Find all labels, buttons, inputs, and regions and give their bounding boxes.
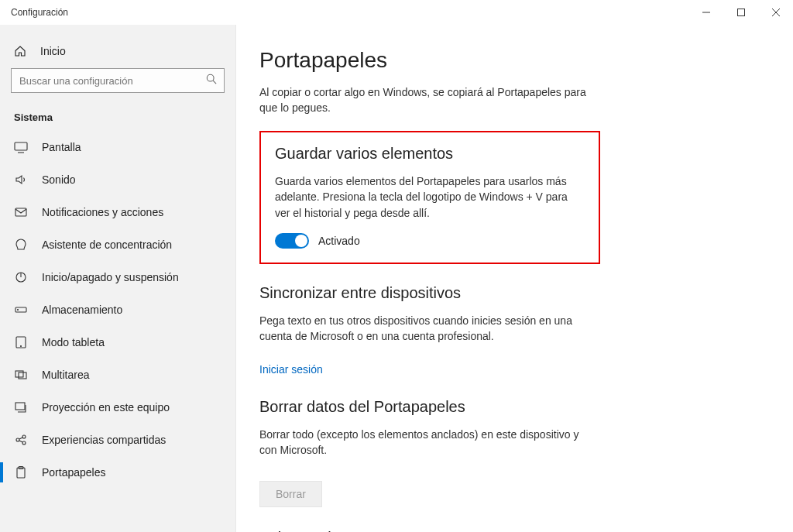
clear-desc: Borrar todo (excepto los elementos ancla… (259, 427, 585, 458)
clipboard-icon (14, 465, 28, 479)
search-icon (206, 74, 217, 88)
display-icon (14, 140, 28, 154)
sidebar-item-label: Proyección en este equipo (42, 401, 170, 414)
svg-rect-6 (15, 142, 27, 150)
svg-rect-8 (15, 208, 26, 216)
sync-title: Sincronizar entre dispositivos (259, 284, 600, 302)
sidebar-item-label: Experiencias compartidas (42, 434, 166, 446)
sidebar-item-asistente[interactable]: Asistente de concentración (0, 228, 235, 261)
svg-rect-16 (19, 372, 26, 379)
page-intro: Al copiar o cortar algo en Windows, se c… (259, 85, 600, 115)
focus-icon (14, 238, 28, 252)
close-button[interactable] (758, 0, 793, 25)
titlebar: Configuración (0, 0, 793, 25)
sidebar-item-energia[interactable]: Inicio/apagado y suspensión (0, 261, 235, 293)
svg-point-19 (22, 435, 26, 438)
sidebar-nav: Pantalla Sonido Notificaciones y accione… (0, 131, 235, 489)
svg-point-14 (21, 346, 22, 347)
save-section-highlight: Guardar varios elementos Guarda varios e… (259, 131, 600, 264)
save-desc: Guarda varios elementos del Portapapeles… (275, 173, 585, 221)
search-box[interactable] (11, 68, 225, 93)
clear-section: Borrar datos del Portapapeles Borrar tod… (259, 398, 600, 508)
svg-rect-17 (15, 403, 25, 410)
power-icon (14, 270, 28, 284)
sidebar-item-pantalla[interactable]: Pantalla (0, 131, 235, 163)
sidebar-item-almacenamiento[interactable]: Almacenamiento (0, 293, 235, 326)
sign-in-link[interactable]: Iniciar sesión (259, 363, 323, 376)
projection-icon (14, 400, 28, 414)
sidebar-item-sonido[interactable]: Sonido (0, 163, 235, 196)
svg-line-21 (19, 438, 22, 439)
sidebar-item-label: Portapapeles (42, 466, 106, 479)
svg-line-22 (19, 441, 22, 442)
save-title: Guardar varios elementos (275, 145, 585, 163)
help-section: ¿Tienes alguna pregunta? Obtener ayuda (259, 529, 600, 532)
sidebar-item-label: Almacenamiento (42, 304, 122, 316)
sidebar-item-label: Notificaciones y acciones (42, 206, 163, 218)
help-title: ¿Tienes alguna pregunta? (259, 529, 600, 532)
main-panel: Portapapeles Al copiar o cortar algo en … (236, 25, 793, 532)
sidebar-home[interactable]: Inicio (0, 39, 235, 68)
sidebar-item-label: Multitarea (42, 369, 89, 381)
svg-point-12 (18, 310, 19, 311)
sidebar-item-experiencias[interactable]: Experiencias compartidas (0, 424, 235, 456)
sidebar-item-multitarea[interactable]: Multitarea (0, 359, 235, 391)
sidebar-home-label: Inicio (40, 45, 66, 57)
sidebar-item-portapapeles[interactable]: Portapapeles (0, 456, 235, 489)
tablet-icon (14, 335, 28, 349)
sidebar-item-label: Asistente de concentración (42, 239, 172, 251)
sync-section: Sincronizar entre dispositivos Pega text… (259, 284, 600, 376)
svg-point-18 (16, 438, 19, 441)
svg-line-5 (213, 81, 216, 84)
maximize-button[interactable] (723, 0, 758, 25)
notifications-icon (14, 205, 28, 219)
save-toggle-label: Activado (318, 235, 360, 247)
sidebar-item-tableta[interactable]: Modo tableta (0, 326, 235, 359)
sound-icon (14, 173, 28, 187)
sync-desc: Pega texto en tus otros dispositivos cua… (259, 313, 585, 345)
sidebar-item-label: Pantalla (42, 141, 81, 153)
sidebar-item-label: Inicio/apagado y suspensión (42, 271, 179, 283)
svg-rect-1 (737, 9, 744, 16)
minimize-button[interactable] (688, 0, 723, 25)
multitask-icon (14, 368, 28, 382)
home-icon (14, 45, 26, 57)
clear-title: Borrar datos del Portapapeles (259, 398, 600, 416)
sidebar: Inicio Sistema Pantalla Sonido Noti (0, 25, 236, 532)
sidebar-item-proyeccion[interactable]: Proyección en este equipo (0, 391, 235, 424)
save-toggle[interactable] (275, 233, 309, 249)
svg-point-4 (207, 74, 214, 81)
page-title: Portapapeles (259, 48, 754, 73)
storage-icon (14, 303, 28, 317)
search-input[interactable] (11, 68, 225, 93)
shared-icon (14, 433, 28, 447)
sidebar-category: Sistema (0, 105, 235, 131)
sidebar-item-label: Sonido (42, 173, 76, 186)
svg-point-20 (22, 441, 26, 444)
svg-rect-15 (15, 371, 23, 377)
clear-button[interactable]: Borrar (259, 481, 322, 507)
window-title: Configuración (11, 7, 68, 18)
sidebar-item-label: Modo tableta (42, 336, 105, 348)
sidebar-item-notificaciones[interactable]: Notificaciones y acciones (0, 196, 235, 228)
